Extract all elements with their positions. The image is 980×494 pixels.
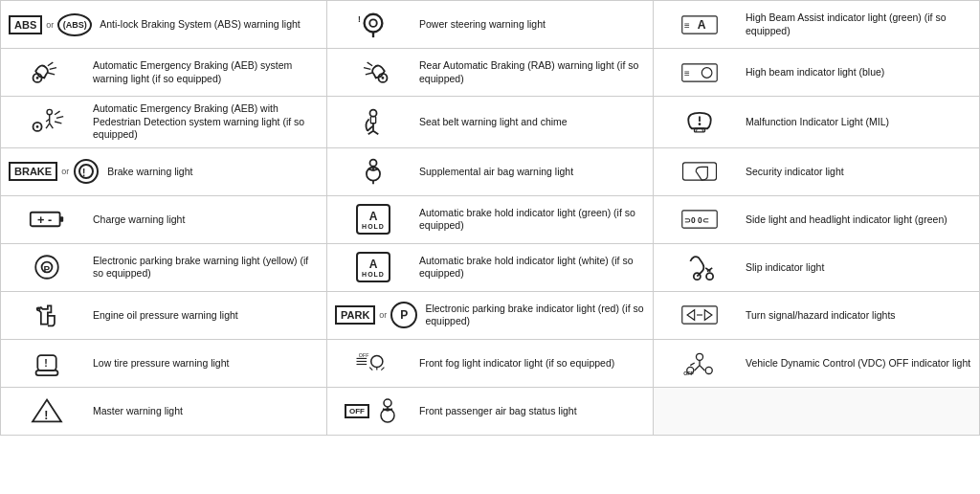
- side-headlight-icon: ⊃0 0⊂: [681, 205, 718, 234]
- auto-brake-hold-white-icon: A HOLD: [356, 252, 390, 282]
- security-icon: [681, 157, 718, 186]
- or-text: or: [46, 20, 54, 30]
- svg-line-77: [381, 368, 384, 370]
- svg-line-82: [700, 366, 704, 370]
- svg-text:!: !: [44, 409, 48, 422]
- svg-line-35: [368, 126, 373, 131]
- passenger-airbag-icon: [373, 397, 402, 424]
- icon-area-security: [661, 157, 738, 186]
- svg-point-21: [36, 126, 39, 129]
- cell-high-beam-blue: ≡ High beam indicator light (blue): [654, 49, 980, 97]
- off-text-icon: OFF: [345, 404, 369, 418]
- cell-tpms: ! Low tire pressure warning light: [1, 340, 327, 388]
- power-steering-icon: !: [355, 11, 391, 39]
- icon-area-airbag: [335, 157, 412, 186]
- cell-empty: [654, 388, 980, 436]
- engine-oil-icon: [29, 301, 65, 329]
- cell-charge: + - Charge warning light: [1, 196, 327, 244]
- icon-area-mil: [661, 107, 738, 136]
- svg-point-8: [36, 77, 39, 79]
- brake-text-icon: BRAKE: [9, 162, 57, 181]
- high-beam-blue-icon: ≡: [681, 58, 718, 87]
- svg-point-89: [384, 399, 391, 407]
- abs-label: Anti-lock Braking System (ABS) warning l…: [100, 18, 301, 32]
- cell-seatbelt: Seat belt warning light and chime: [327, 97, 654, 148]
- cell-power-steering: ! Power steering warning light: [327, 1, 654, 49]
- aeb-pedestrian-label: Automatic Emergency Braking (AEB) with P…: [93, 102, 319, 142]
- svg-point-79: [696, 354, 702, 361]
- svg-line-10: [50, 67, 56, 69]
- icon-area-seatbelt: [335, 107, 412, 136]
- icon-area-fog-front: OFF: [335, 348, 412, 377]
- brake-circle-icon: !: [73, 158, 100, 185]
- icon-area-auto-brake-hold-white: A HOLD: [335, 252, 412, 282]
- svg-line-34: [373, 131, 378, 135]
- auto-brake-hold-white-label: Automatic brake hold indicator light (wh…: [419, 255, 645, 281]
- icon-area-brake: BRAKE or !: [9, 158, 100, 185]
- svg-text:!: !: [82, 168, 85, 178]
- auto-brake-hold-green-label: Automatic brake hold indicator light (gr…: [419, 207, 645, 233]
- vdc-off-label: Vehicle Dynamic Control (VDC) OFF indica…: [746, 357, 970, 370]
- svg-point-40: [699, 124, 702, 126]
- cell-side-headlight: ⊃0 0⊂ Side light and headlight indicator…: [654, 196, 980, 244]
- abs-oval-icon: (ABS): [57, 13, 92, 36]
- icon-area-charge: + -: [9, 205, 85, 234]
- svg-point-1: [369, 19, 377, 27]
- side-headlight-label: Side light and headlight indicator light…: [746, 213, 947, 227]
- cell-passenger-airbag: OFF Front passenger air bag status light: [327, 388, 654, 436]
- svg-line-25: [46, 124, 50, 128]
- hold-a-green: A: [369, 210, 378, 223]
- engine-oil-label: Engine oil pressure warning light: [93, 309, 238, 323]
- svg-line-28: [56, 117, 63, 119]
- rab-label: Rear Automatic Braking (RAB) warning lig…: [419, 59, 645, 85]
- cell-engine-oil: Engine oil pressure warning light: [1, 292, 327, 340]
- or-text-park: or: [379, 310, 387, 320]
- svg-point-74: [371, 356, 383, 368]
- fog-front-icon: OFF: [355, 348, 391, 377]
- warning-lights-grid: ABS or (ABS) Anti-lock Braking System (A…: [0, 0, 980, 436]
- high-beam-assist-label: High Beam Assist indicator light (green)…: [746, 11, 971, 37]
- svg-text:⊃0 0⊂: ⊃0 0⊂: [684, 215, 709, 225]
- cell-auto-brake-hold-white: A HOLD Automatic brake hold indicator li…: [327, 244, 654, 292]
- svg-text:+  -: + -: [37, 213, 52, 227]
- svg-text:OFF: OFF: [359, 352, 369, 358]
- mil-label: Malfunction Indicator Light (MIL): [746, 116, 889, 129]
- turn-signal-icon: [681, 301, 718, 329]
- svg-rect-31: [370, 117, 375, 124]
- aeb-label: Automatic Emergency Braking (AEB) system…: [93, 59, 319, 85]
- cell-epb-red: PARK or P Electronic parking brake indic…: [327, 292, 654, 340]
- epb-yellow-label: Electronic parking brake warning light (…: [93, 255, 319, 281]
- aeb-icon: [29, 58, 65, 87]
- svg-line-9: [48, 62, 53, 66]
- svg-point-62: [706, 274, 713, 281]
- airbag-label: Supplemental air bag warning light: [419, 166, 573, 179]
- abs-text-icon: ABS: [9, 15, 42, 34]
- icon-area-rab: [335, 58, 412, 87]
- icon-area-side-headlight: ⊃0 0⊂: [661, 205, 738, 234]
- svg-line-33: [368, 131, 373, 135]
- svg-marker-66: [704, 310, 712, 321]
- cell-aeb: Automatic Emergency Braking (AEB) system…: [1, 49, 327, 97]
- svg-line-27: [55, 112, 59, 116]
- svg-line-29: [55, 122, 61, 124]
- svg-line-75: [369, 368, 372, 370]
- svg-line-26: [50, 124, 54, 128]
- master-warning-label: Master warning light: [93, 405, 183, 418]
- aeb-pedestrian-icon: [29, 107, 65, 136]
- svg-text:≡: ≡: [684, 19, 690, 30]
- airbag-icon: [355, 157, 391, 186]
- cell-security: Security indicator light: [654, 148, 980, 196]
- svg-marker-65: [687, 310, 695, 321]
- icon-area-epb-red: PARK or P: [335, 302, 417, 328]
- cell-aeb-pedestrian: Automatic Emergency Braking (AEB) with P…: [1, 97, 327, 148]
- passenger-airbag-label: Front passenger air bag status light: [419, 405, 577, 418]
- tpms-label: Low tire pressure warning light: [93, 357, 229, 370]
- turn-signal-label: Turn signal/hazard indicator lights: [746, 309, 896, 323]
- icon-area-master-warning: !: [9, 396, 85, 425]
- icon-area-high-beam-blue: ≡: [661, 58, 738, 87]
- hold-label-green: HOLD: [362, 223, 385, 230]
- svg-rect-52: [60, 217, 64, 222]
- cell-mil: Malfunction Indicator Light (MIL): [654, 97, 980, 148]
- svg-text:A: A: [698, 17, 706, 31]
- svg-line-15: [364, 67, 370, 69]
